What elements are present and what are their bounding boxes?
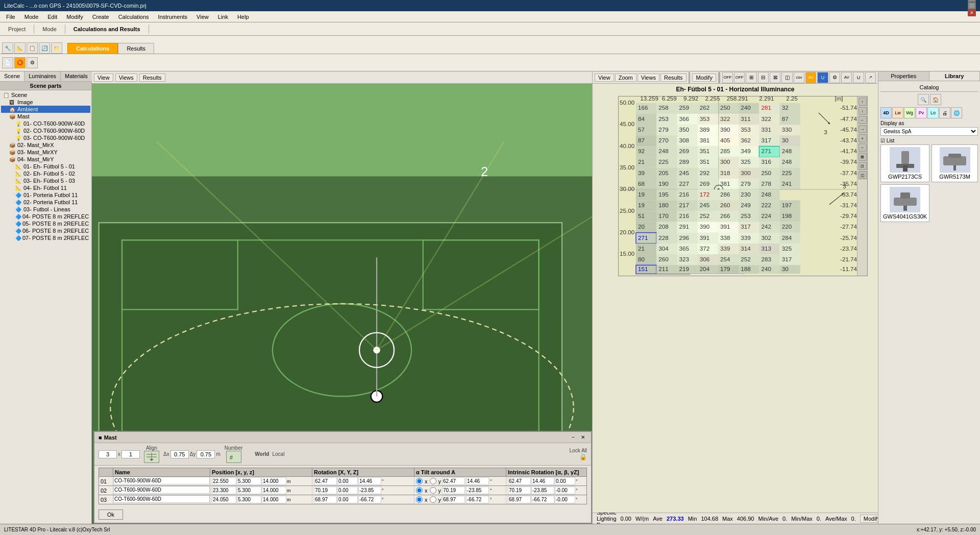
btn-lo[interactable]: Lo (927, 107, 939, 118)
btn-pv[interactable]: Pv (916, 107, 927, 118)
project-label[interactable]: Project (0, 25, 34, 34)
radio-y-1[interactable] (430, 478, 436, 484)
viz-tb-av[interactable]: AV (805, 72, 816, 83)
center-results-btn[interactable]: Results (139, 74, 165, 82)
tree-item-01-_porteria_futbol_11[interactable]: 🔷01- Porteria Futbol 11 (1, 191, 90, 199)
pos-z-3[interactable] (262, 496, 286, 503)
pos-z-2[interactable] (262, 487, 286, 494)
pos-x-1[interactable] (212, 477, 236, 485)
viz-tb-u2[interactable]: U (853, 72, 864, 83)
product-gwp2173cs[interactable]: GWP2173CS (880, 144, 929, 182)
rot-z-1[interactable] (358, 477, 381, 485)
tree-item-ambient[interactable]: 🏠Ambient (1, 106, 90, 113)
toolbar-icon-5[interactable]: 📁 (51, 42, 62, 54)
mast-close-btn[interactable]: ✕ (579, 434, 587, 440)
intr-b-1[interactable] (531, 477, 554, 485)
menu-edit[interactable]: Edit (43, 13, 61, 21)
viz-tb-extra[interactable]: ↗ (865, 72, 876, 83)
tree-item-02-_co-t600-900w-60d[interactable]: 💡02- CO-T600-900W-60D (1, 127, 90, 134)
viz-side-icon-8[interactable]: ⊡ (859, 162, 867, 170)
rot-x-3[interactable] (314, 496, 337, 503)
name-field-3[interactable] (113, 495, 210, 503)
viz-views-btn[interactable]: Views (638, 74, 659, 82)
radio-x-1[interactable] (416, 478, 423, 484)
tab-materials[interactable]: Materials (61, 71, 92, 81)
viz-side-icon-9[interactable]: ◫ (859, 171, 867, 179)
tree-item-04-_poste_8_m_2reflec[interactable]: 🔷04- POSTE 8 m 2REFLEC (1, 213, 90, 220)
viz-side-icon-2[interactable]: ↓ (859, 107, 867, 115)
btn-web[interactable]: 🌐 (951, 107, 962, 118)
viz-zoom-btn[interactable]: Zoom (615, 74, 636, 82)
menu-mode[interactable]: Mode (20, 13, 43, 21)
menu-create[interactable]: Create (88, 13, 113, 21)
tree-item-04-_eh-_fútbol_11[interactable]: 📐04- Eh- Fútbol 11 (1, 184, 90, 191)
tilt-y-3[interactable] (466, 496, 489, 503)
align-icon[interactable] (144, 451, 159, 463)
radio-x-3[interactable] (416, 496, 423, 503)
radio-y-3[interactable] (430, 496, 436, 503)
tree-item-mast[interactable]: 📦Mast (1, 113, 90, 120)
tree-item-03-_eh-_fútbol_5_-_03[interactable]: 📐03- Eh- Fútbol 5 - 03 (1, 177, 90, 184)
btn-wg[interactable]: Wg (904, 107, 915, 118)
pos-x-3[interactable] (212, 496, 236, 503)
tree-item-04-_mast_miry[interactable]: 📦04- Mast_MirY (1, 156, 90, 163)
rot-z-2[interactable] (358, 487, 381, 494)
rot-y-2[interactable] (337, 487, 358, 494)
intr-c-2[interactable] (555, 487, 575, 494)
intr-c-1[interactable] (555, 477, 575, 485)
menu-calculations[interactable]: Calculations (114, 13, 153, 21)
viz-side-icon-3[interactable]: ← (859, 116, 867, 124)
tree-item-07-_poste_8_m_2reflec[interactable]: 🔷07- POSTE 8 m 2REFLEC (1, 234, 90, 241)
name-field-1[interactable] (113, 477, 210, 484)
tree-item-03-_mast_mirxy[interactable]: 📦03- Mast_MirXY (1, 149, 90, 156)
rot-z-3[interactable] (358, 496, 381, 503)
lock-all-icon[interactable]: 🔒 (579, 453, 587, 460)
toolbar-icon-4[interactable]: 🔄 (39, 42, 50, 54)
btn-lw[interactable]: Lw (892, 107, 903, 118)
toolbar-icon-2[interactable]: 📐 (14, 42, 26, 54)
viz-tb-icon3[interactable]: ⊠ (770, 72, 780, 83)
tree-item-02-_mast_mirx[interactable]: 📦02- Mast_MirX (1, 141, 90, 149)
pos-z-1[interactable] (262, 477, 286, 485)
radio-y-2[interactable] (430, 487, 436, 494)
tilt-y-2[interactable] (466, 487, 489, 494)
radio-x-2[interactable] (416, 487, 423, 494)
viz-tb-icon2[interactable]: ⊟ (758, 72, 769, 83)
name-field-2[interactable] (113, 486, 210, 494)
viz-tb-av2[interactable]: AV (841, 72, 852, 83)
intr-c-3[interactable] (555, 496, 575, 503)
pos-y-2[interactable] (237, 487, 261, 494)
rot-x-2[interactable] (314, 487, 337, 494)
calculations-results-label[interactable]: Calculations and Results (65, 25, 149, 34)
product-gwr5173m[interactable]: GWR5173M (932, 144, 978, 182)
mode-label[interactable]: Mode (34, 25, 65, 34)
tilt-val-2[interactable] (442, 487, 465, 494)
rot-y-1[interactable] (337, 477, 358, 485)
viz-results-btn[interactable]: Results (660, 74, 687, 82)
tree-item-06-_poste_8_m_2reflec[interactable]: 🔷06- POSTE 8 m 2REFLEC (1, 227, 90, 234)
pos-x-2[interactable] (212, 487, 236, 494)
tilt-y-1[interactable] (466, 477, 489, 485)
viz-tb-off2[interactable]: OFF (734, 72, 745, 83)
delta-x-input[interactable] (170, 450, 189, 458)
viz-side-icon-4[interactable]: → (859, 125, 867, 133)
tb2-icon-2[interactable]: ⭕ (14, 57, 26, 68)
viz-side-icon-5[interactable]: + (859, 134, 867, 142)
viz-tb-u[interactable]: U (817, 72, 828, 83)
tilt-val-1[interactable] (442, 477, 465, 485)
tree-item-05-_poste_8_m_2reflec[interactable]: 🔷05- POSTE 8 m 2REFLEC (1, 220, 90, 227)
pos-y-3[interactable] (237, 496, 261, 503)
tree-item-image[interactable]: 🖼Image (1, 99, 90, 106)
toolbar-icon-3[interactable]: 📋 (27, 42, 38, 54)
viz-tb-off1[interactable]: OFF (722, 72, 733, 83)
intr-a-1[interactable] (508, 477, 531, 485)
menu-help[interactable]: Help (233, 13, 253, 21)
tree-item-03-_co-t600-900w-60d[interactable]: 💡03- CO-T600-900W-60D (1, 134, 90, 141)
viz-tb-icon4[interactable]: ◫ (781, 72, 792, 83)
menu-instruments[interactable]: Instruments (154, 13, 191, 21)
intr-a-2[interactable] (508, 487, 531, 494)
ok-button[interactable]: Ok (99, 509, 123, 520)
viz-side-icon-6[interactable]: − (859, 143, 867, 152)
tb2-icon-3[interactable]: ⚙ (27, 57, 38, 68)
catalog-icon-1[interactable]: 🔍 (918, 94, 929, 105)
